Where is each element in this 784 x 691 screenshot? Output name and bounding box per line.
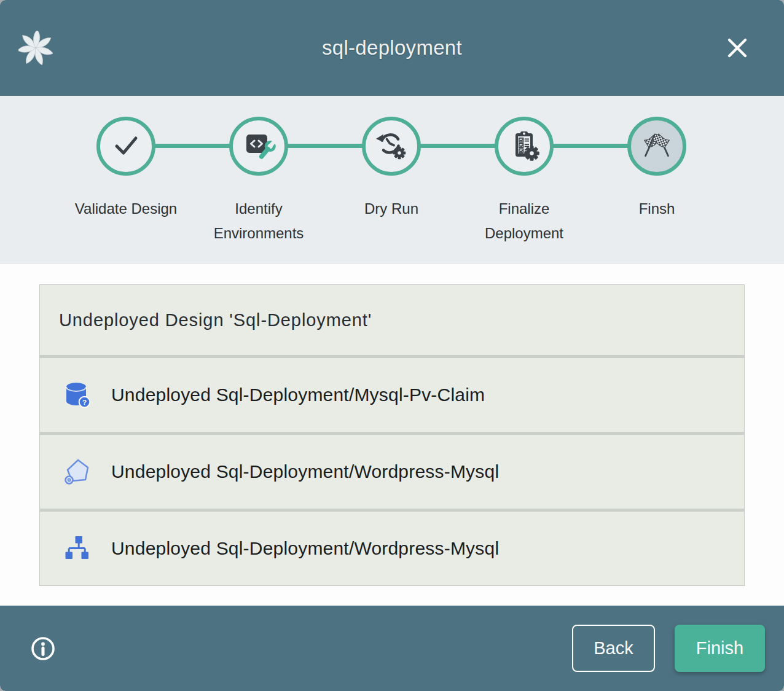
undeployed-item-text: Undeployed Sql-Deployment/Wordpress-Mysq…: [111, 461, 499, 482]
code-window-wrench-icon: [241, 128, 276, 165]
step-identify-environments: Identify Environments: [192, 117, 325, 246]
undeployed-item-row: ? Undeployed Sql-Deployment/Mysql-Pv-Cla…: [40, 358, 744, 432]
step-label: Validate Design: [73, 197, 179, 221]
undeployed-item-row: Undeployed Sql-Deployment/Wordpress-Mysq…: [40, 435, 744, 509]
title-bar: sql-deployment: [0, 0, 784, 96]
step-label: Finsh: [604, 197, 710, 221]
step-label: Dry Run: [339, 197, 444, 221]
undeployed-results-panel: Undeployed Design 'Sql-Deployment' ? Und…: [39, 284, 745, 586]
step-label: Identify Environments: [206, 197, 312, 246]
step-circle-dry-run[interactable]: [362, 117, 421, 176]
info-icon: [29, 655, 57, 664]
step-label: Finalize Deployment: [471, 197, 577, 246]
step-circle-identify-environments[interactable]: [229, 117, 288, 176]
finish-button[interactable]: Finish: [675, 625, 765, 672]
svg-text:?: ?: [82, 399, 87, 406]
step-validate-design: Validate Design: [60, 117, 192, 246]
deployment-wizard-dialog: sql-deployment Validate Design: [0, 0, 784, 691]
sync-clock-gear-icon: [374, 128, 409, 165]
undeployed-item-text: Undeployed Sql-Deployment/Wordpress-Mysq…: [111, 538, 499, 559]
wizard-content: Undeployed Design 'Sql-Deployment' ? Und…: [0, 264, 784, 606]
panel-header-row: Undeployed Design 'Sql-Deployment': [40, 285, 744, 355]
step-dry-run: Dry Run: [325, 117, 458, 246]
close-icon: [724, 54, 751, 63]
step-circle-finish[interactable]: [627, 117, 686, 176]
pentagon-seal-icon: [63, 457, 92, 486]
undeployed-item-text: Undeployed Sql-Deployment/Mysql-Pv-Claim: [111, 385, 485, 405]
checkered-flags-icon: [640, 128, 674, 165]
back-button[interactable]: Back: [572, 625, 655, 672]
footer-bar: Back Finish: [0, 606, 784, 691]
database-question-icon: ?: [63, 380, 92, 410]
check-icon: [109, 128, 143, 165]
panel-header-text: Undeployed Design 'Sql-Deployment': [59, 310, 372, 330]
wizard-stepper: Validate Design: [0, 96, 784, 264]
step-circle-finalize-deployment[interactable]: [495, 117, 554, 176]
dialog-title: sql-deployment: [322, 36, 462, 60]
undeployed-item-row: Undeployed Sql-Deployment/Wordpress-Mysq…: [40, 512, 744, 585]
clipboard-checklist-gear-icon: [507, 128, 541, 165]
step-finalize-deployment: Finalize Deployment: [458, 117, 590, 246]
step-circle-validate-design[interactable]: [96, 117, 155, 176]
step-finish: Finsh: [590, 117, 723, 246]
nirmata-logo-icon: [18, 31, 53, 65]
info-button[interactable]: [29, 635, 57, 662]
close-button[interactable]: [724, 34, 751, 61]
hierarchy-icon: [63, 534, 92, 563]
